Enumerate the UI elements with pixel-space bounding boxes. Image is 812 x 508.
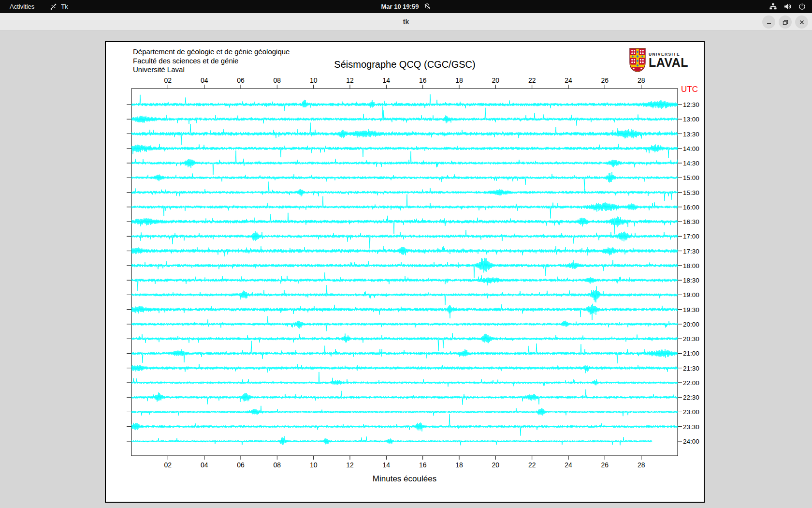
seismo-trace-16:30 [131,213,678,235]
clock-label: Mar 10 19:59 [381,3,419,10]
seismo-trace-13:30 [131,123,678,145]
x-tick-label-top: 04 [201,76,208,84]
utc-time-label: 13:30 [683,131,699,138]
focused-app-indicator[interactable]: Tk [50,3,68,10]
seismo-trace-22:30 [131,389,678,405]
x-tick-label-top: 14 [383,76,391,84]
utc-axis-title: UTC [681,85,698,94]
x-tick-label-top: 26 [601,76,609,84]
utc-time-label: 18:30 [683,277,699,284]
network-wired-icon [769,2,777,11]
seismo-trace-18:00 [131,258,678,278]
x-tick-label-top: 02 [164,76,172,84]
gnome-top-bar: Activities Tk Mar 10 19:59 [0,0,812,13]
seismo-trace-15:30 [131,181,678,201]
utc-time-label: 17:00 [683,233,699,240]
utc-time-label: 20:00 [683,321,699,328]
seismogram-plot: 0202040406060808101012121414161618182020… [106,42,706,504]
seismo-trace-24:00 [131,436,652,445]
seismo-trace-19:30 [131,304,678,320]
utc-time-label: 15:00 [683,174,699,181]
x-tick-label-top: 22 [528,76,536,84]
x-tick-label-bottom: 10 [310,461,318,469]
utc-time-label: 21:30 [683,365,699,372]
utc-time-label: 23:30 [683,423,699,431]
seismo-trace-14:30 [131,150,678,175]
x-tick-label-bottom: 14 [383,461,391,469]
seismo-trace-22:00 [131,372,678,387]
x-tick-label-top: 08 [274,76,281,84]
window-title: tk [0,13,812,31]
seismo-trace-16:00 [131,194,678,219]
volume-icon [783,2,792,11]
seismo-trace-20:00 [131,316,678,331]
x-tick-label-top: 20 [492,76,500,84]
x-tick-label-bottom: 04 [201,461,208,469]
restore-button[interactable] [779,15,792,29]
seismo-trace-21:30 [131,364,678,373]
seismo-trace-14:00 [131,144,678,158]
x-tick-label-bottom: 26 [601,461,609,469]
seismo-trace-20:30 [131,333,678,351]
utc-time-label: 12:30 [683,101,699,108]
x-tick-label-top: 18 [455,76,463,84]
x-tick-label-top: 06 [237,76,245,84]
utc-time-label: 22:00 [683,379,699,387]
minimize-button[interactable] [762,15,775,29]
utc-time-label: 19:30 [683,306,699,314]
activities-button[interactable]: Activities [7,2,37,11]
power-icon [798,2,806,11]
utc-time-label: 16:00 [683,204,699,211]
x-tick-label-bottom: 24 [565,461,572,469]
x-tick-label-top: 24 [565,76,572,84]
focused-app-label: Tk [61,3,68,10]
seismo-trace-23:30 [131,414,678,436]
x-tick-label-top: 12 [346,76,354,84]
seismograph-canvas: Département de géologie et de génie géol… [105,41,705,503]
x-tick-label-bottom: 18 [455,461,463,469]
seismo-trace-13:00 [131,106,678,126]
close-button[interactable] [795,15,808,29]
x-tick-label-top: 16 [419,76,427,84]
screen: Activities Tk Mar 10 19:59 [0,0,812,508]
x-tick-label-bottom: 20 [492,461,500,469]
utc-time-label: 19:00 [683,291,699,299]
x-axis-title: Minutes écoulées [373,474,436,483]
utc-time-label: 23:00 [683,408,699,416]
window-titlebar[interactable]: tk [0,13,812,31]
utc-time-label: 21:00 [683,350,699,357]
utc-time-label: 24:00 [683,438,699,445]
utc-time-label: 20:30 [683,335,699,343]
x-tick-label-top: 28 [638,76,645,84]
tk-app-icon [50,3,57,10]
utc-time-label: 14:00 [683,145,699,152]
x-tick-label-bottom: 28 [638,461,645,469]
x-tick-label-bottom: 16 [419,461,427,469]
utc-time-label: 13:00 [683,116,699,123]
x-tick-label-bottom: 02 [164,461,172,469]
clock-menu[interactable]: Mar 10 19:59 [381,0,431,13]
system-status-area[interactable] [769,0,806,13]
x-tick-label-bottom: 12 [346,461,354,469]
seismo-trace-18:30 [131,272,678,291]
utc-time-label: 17:30 [683,248,699,255]
seismo-trace-17:00 [131,230,678,248]
x-tick-label-top: 10 [310,76,318,84]
seismo-trace-23:00 [131,406,678,416]
seismo-trace-12:30 [131,94,678,111]
utc-time-label: 22:30 [683,394,699,401]
utc-time-label: 18:00 [683,262,699,269]
x-tick-label-bottom: 22 [528,461,536,469]
x-tick-label-bottom: 08 [274,461,281,469]
notifications-muted-icon [424,3,431,10]
utc-time-label: 14:30 [683,160,699,167]
plot-border [131,89,678,456]
utc-time-label: 15:30 [683,189,699,196]
seismo-trace-21:00 [131,341,678,364]
x-tick-label-bottom: 06 [237,461,245,469]
seismo-trace-17:30 [131,246,678,256]
seismo-trace-19:00 [131,285,678,305]
window-content: Département de géologie et de génie géol… [0,31,812,508]
utc-time-label: 16:30 [683,218,699,225]
